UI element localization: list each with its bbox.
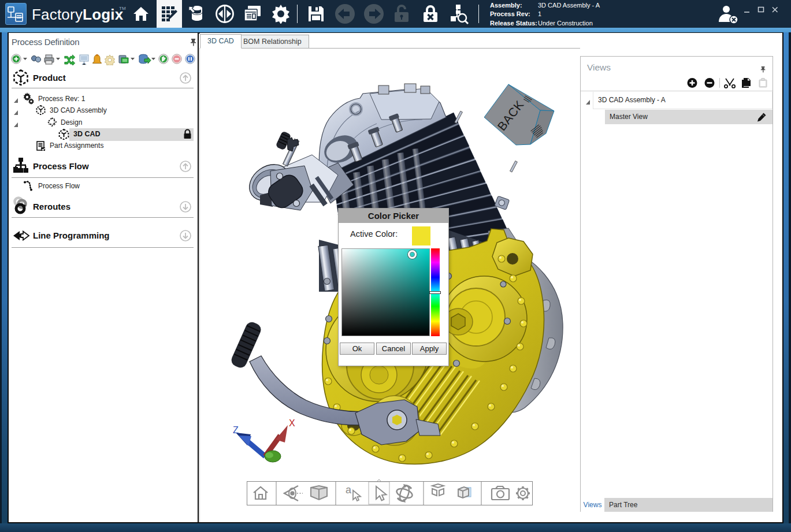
svg-text:X: X <box>289 418 295 428</box>
svg-text:Z: Z <box>233 425 239 435</box>
svg-text:a: a <box>346 484 352 496</box>
